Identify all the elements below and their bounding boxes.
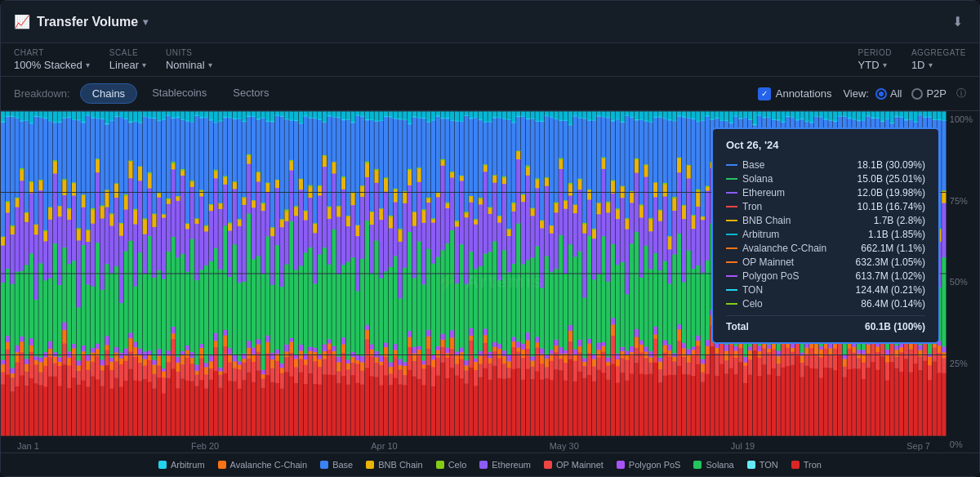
bar-segment <box>194 223 198 280</box>
bar-segment <box>606 281 610 358</box>
bar-segment <box>280 220 284 227</box>
bar-segment <box>185 357 189 381</box>
bar-segment <box>128 111 132 122</box>
bar-segment <box>577 251 581 340</box>
bar-segment <box>318 354 322 359</box>
bar-segment <box>147 188 151 236</box>
bar-segment <box>34 359 38 364</box>
tab-sectors[interactable]: Sectors <box>221 83 280 104</box>
bar-segment <box>426 122 430 198</box>
chart-dropdown[interactable]: 100% Stacked ▾ <box>14 59 90 71</box>
bar-segment <box>639 344 644 352</box>
bar-segment <box>109 121 114 214</box>
bar-segment <box>67 219 71 264</box>
bar-segment <box>233 182 237 189</box>
bar-segment <box>616 353 620 359</box>
bar-segment <box>62 194 66 247</box>
bar-segment <box>209 379 213 436</box>
bar-segment <box>639 111 644 119</box>
bar-segment <box>843 359 847 367</box>
bar-segment <box>526 332 530 341</box>
bar-segment <box>289 111 293 120</box>
bar-segment <box>384 356 388 375</box>
bar-segment <box>48 111 52 121</box>
bar-segment <box>757 111 761 115</box>
bar-segment <box>507 235 511 272</box>
info-icon[interactable]: ⓘ <box>956 87 966 100</box>
bar-segment <box>426 248 430 330</box>
bar-segment <box>86 284 90 354</box>
bar-segment <box>847 368 851 436</box>
aggregate-dropdown[interactable]: 1D ▾ <box>911 59 966 71</box>
bar-segment <box>284 119 288 210</box>
units-dropdown[interactable]: Nominal ▾ <box>166 59 212 71</box>
bar-segment <box>327 207 332 219</box>
bar-segment <box>492 241 497 342</box>
bar-segment <box>403 362 407 366</box>
bar-segment <box>909 111 913 119</box>
bar-segment <box>691 111 695 118</box>
scale-dropdown[interactable]: Linear ▾ <box>109 59 146 71</box>
radio-all[interactable]: All <box>875 87 902 100</box>
bar-segment <box>43 231 47 241</box>
bar-segment <box>105 365 109 436</box>
bar-segment <box>417 355 421 379</box>
legend-item: BNB Chain <box>366 460 422 470</box>
annotations-toggle[interactable]: ✓ Annotations <box>758 87 832 100</box>
title-chevron[interactable]: ▾ <box>143 16 148 28</box>
bar-segment <box>374 362 378 377</box>
bar-segment <box>265 341 270 354</box>
bar-segment <box>450 172 454 178</box>
bar-segment <box>483 165 488 172</box>
bar-segment <box>24 363 29 372</box>
bar-segment <box>577 189 581 251</box>
bar-segment <box>777 376 781 436</box>
bar-segment <box>284 221 288 265</box>
legend-item: Polygon PoS <box>617 460 681 470</box>
bar-segment <box>724 350 728 360</box>
bar-segment <box>327 264 332 339</box>
bar-segment <box>582 297 586 359</box>
bar-segment <box>289 170 293 221</box>
annotations-checkbox[interactable]: ✓ <box>758 87 771 100</box>
tab-chains[interactable]: Chains <box>80 83 137 104</box>
tab-stablecoins[interactable]: Stablecoins <box>140 83 218 104</box>
bar-segment <box>474 358 478 362</box>
bar-segment <box>706 354 710 374</box>
bar-segment <box>928 111 932 117</box>
bar-segment <box>81 355 85 381</box>
bar-segment <box>639 119 644 204</box>
bar-segment <box>308 346 312 351</box>
bar-segment <box>460 347 464 352</box>
bar-segment <box>611 193 615 244</box>
radio-p2p[interactable]: P2P <box>911 87 947 100</box>
bar-segment <box>275 382 279 436</box>
bar-segment <box>800 377 804 436</box>
bar-segment <box>100 289 105 359</box>
bar-segment <box>194 364 198 371</box>
bar-segment <box>389 362 393 367</box>
bar-segment <box>733 373 737 436</box>
bar-segment <box>318 186 322 196</box>
bar-segment <box>389 117 393 216</box>
bar-segment <box>535 111 539 121</box>
bar-segment <box>20 341 24 353</box>
bar-segment <box>502 177 506 184</box>
bar-segment <box>96 172 100 243</box>
bar-segment <box>412 346 416 353</box>
bar-segment <box>417 181 421 241</box>
bar-segment <box>564 273 568 350</box>
bar-segment <box>171 326 175 333</box>
bar-segment <box>511 346 515 368</box>
bar-segment <box>445 347 449 353</box>
bar-segment <box>862 378 866 436</box>
bar-segment <box>289 120 293 160</box>
download-button[interactable]: ⬇ <box>949 11 966 33</box>
bar-segment <box>370 344 374 350</box>
bar-segment <box>294 270 298 354</box>
bar-segment <box>190 181 194 187</box>
period-dropdown[interactable]: YTD ▾ <box>858 59 892 71</box>
bar-segment <box>682 218 686 282</box>
bar-segment <box>313 233 317 284</box>
legend-label: Solana <box>706 460 733 470</box>
